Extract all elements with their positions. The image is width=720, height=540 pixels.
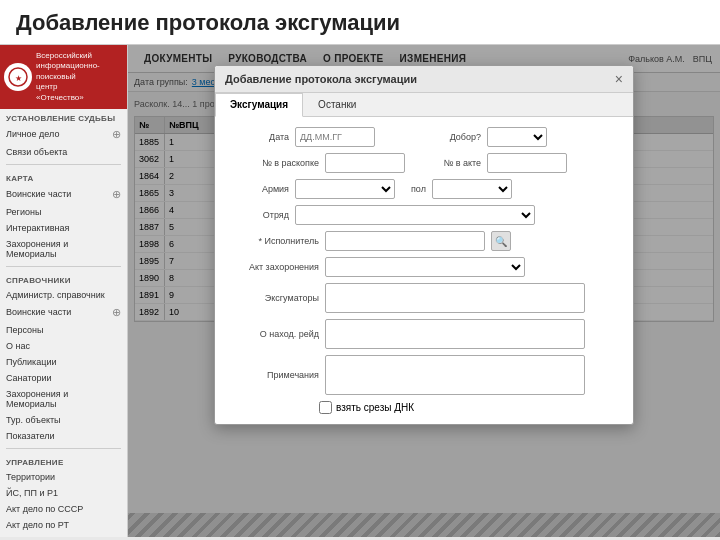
form-row-primechaniya: Примечания [229,355,619,395]
nv-akte-input[interactable] [487,153,567,173]
date-label: Дата [229,132,289,142]
sidebar-item-persony[interactable]: Персоны [0,322,127,338]
sidebar-item-sanatorii[interactable]: Санатории [0,370,127,386]
ispolnitel-input[interactable] [325,231,485,251]
section-label-upravlenie: УПРАВЛЕНИЕ [0,453,127,469]
tab-ostanki[interactable]: Останки [303,93,371,116]
notes-label: О наход. рейд [229,329,319,339]
sidebar-item-zahoroneniya2[interactable]: Захоронения и Мемориалы [0,386,127,412]
form-row-ekskumatory: Эксгуматоры [229,283,619,313]
dobor-label: Добор? [421,132,481,142]
form-row-armiya: Армия пол М Ж [229,179,619,199]
sidebar-item-akt-rt[interactable]: Акт дело по РТ [0,517,127,533]
plus-icon-2: ⊕ [112,188,121,201]
checkbox-dnk-label: взять срезы ДНК [336,402,414,413]
sidebar-item-tur[interactable]: Тур. объекты [0,412,127,428]
ispolnitel-search-button[interactable]: 🔍 [491,231,511,251]
sidebar-item-onas[interactable]: О нас [0,338,127,354]
dobor-select[interactable]: Да Нет [487,127,547,147]
modal-body: Дата Добор? Да Нет № в раскопке № в [215,117,633,424]
sidebar-item-svyazi[interactable]: Связи объекта [0,144,127,160]
otryad-label: Отряд [229,210,289,220]
divider-2 [6,266,121,267]
form-row-akt: Акт захоронения [229,257,619,277]
logo-icon: ★ [4,63,32,91]
armiya-select[interactable] [295,179,395,199]
sidebar-item-interaktivnaya[interactable]: Интерактивная [0,220,127,236]
form-row-ispolnitel: * Исполнитель 🔍 [229,231,619,251]
sidebar-item-pokazateli[interactable]: Показатели [0,428,127,444]
title-text: Добавление протокола эксгумации [16,10,400,35]
form-row-date: Дата Добор? Да Нет [229,127,619,147]
modal-tabs: Эксгумация Останки [215,93,633,117]
divider-3 [6,448,121,449]
logo-text: Всероссийский информационно-поисковый це… [36,51,123,103]
modal-close-button[interactable]: × [615,72,623,86]
main-content: ДОКУМЕНТЫ РУКОВОДСТВА О ПРОЕКТЕ ИЗМЕНЕНИ… [128,45,720,537]
armiya-label: Армия [229,184,289,194]
ispolnitel-label: * Исполнитель [229,236,319,246]
pol-select[interactable]: М Ж [432,179,512,199]
checkbox-row-dnk: взять срезы ДНК [229,401,619,414]
plus-icon-3: ⊕ [112,306,121,319]
nv-raskopke-label: № в раскопке [229,158,319,168]
sidebar-logo: ★ Всероссийский информационно-поисковый … [0,45,127,109]
sidebar-item-akt-sssr[interactable]: Акт дело по СССР [0,501,127,517]
form-row-notes: О наход. рейд [229,319,619,349]
nv-akte-label: № в акте [421,158,481,168]
section-label-sudba: УСТАНОВЛЕНИЕ СУДЬБЫ [0,109,127,125]
section-label-karta: КАРТА [0,169,127,185]
sidebar-item-zahoroneniya[interactable]: Захоронения и Мемориалы [0,236,127,262]
primechaniya-textarea[interactable] [325,355,585,395]
page-title: Добавление протокола эксгумации [0,0,720,45]
sidebar-item-publikacii[interactable]: Публикации [0,354,127,370]
modal-dialog: Добавление протокола эксгумации × Эксгум… [214,65,634,425]
sidebar-item-voinskie[interactable]: Воинские части ⊕ [0,185,127,204]
sidebar-item-territorii[interactable]: Территории [0,469,127,485]
section-label-spravochniki: СПРАВОЧНИКИ [0,271,127,287]
modal-header: Добавление протокола эксгумации × [215,66,633,93]
ekskumatory-label: Эксгуматоры [229,293,319,303]
sidebar-item-lichnoe-delo[interactable]: Личное дело ⊕ [0,125,127,144]
nv-raskopke-input[interactable] [325,153,405,173]
modal-title: Добавление протокола эксгумации [225,73,417,85]
pol-label: пол [411,184,426,194]
akt-label: Акт захоронения [229,262,319,272]
divider-1 [6,164,121,165]
svg-text:★: ★ [15,74,22,83]
modal-overlay: Добавление протокола эксгумации × Эксгум… [128,45,720,537]
primechaniya-label: Примечания [229,370,319,380]
checkbox-dnk[interactable] [319,401,332,414]
form-row-nv: № в раскопке № в акте [229,153,619,173]
sidebar-item-voinskie2[interactable]: Воинские части ⊕ [0,303,127,322]
sidebar-item-regiony[interactable]: Регионы [0,204,127,220]
sidebar: ★ Всероссийский информационно-поисковый … [0,45,128,537]
form-row-otryad: Отряд [229,205,619,225]
date-input[interactable] [295,127,375,147]
ekskumatory-textarea[interactable] [325,283,585,313]
plus-icon: ⊕ [112,128,121,141]
otryad-select[interactable] [295,205,535,225]
tab-eksgumaciya[interactable]: Эксгумация [215,93,303,117]
notes-textarea[interactable] [325,319,585,349]
sidebar-item-admin[interactable]: Администр. справочник [0,287,127,303]
akt-select[interactable] [325,257,525,277]
sidebar-item-pp[interactable]: ЙС, ПП и Р1 [0,485,127,501]
